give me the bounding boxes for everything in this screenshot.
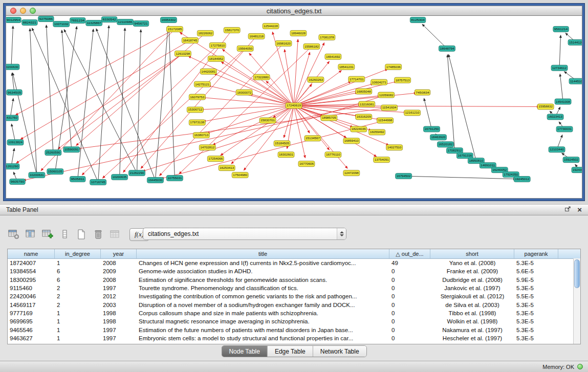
graph-node[interactable]: 16954302 — [160, 17, 177, 23]
graph-node[interactable]: 19243508 — [572, 167, 582, 173]
graph-node[interactable]: 8824321 — [22, 19, 37, 25]
graph-node[interactable]: 15924502 — [563, 157, 579, 163]
graph-node[interactable]: 18226062 — [197, 30, 213, 36]
graph-node[interactable]: 16418745 — [182, 37, 198, 43]
graph-node[interactable]: 10913824 — [7, 140, 24, 145]
graph-node[interactable]: 18757513 — [395, 77, 411, 83]
graph-node[interactable]: 19564050 — [237, 46, 253, 51]
column-header-in_degree[interactable]: in_degree — [55, 249, 101, 258]
graph-node[interactable]: 14275121 — [194, 81, 210, 87]
table-row[interactable]: 911546021997Tourette syndrome. Phenomeno… — [8, 284, 580, 292]
graph-node[interactable]: 15172085 — [166, 26, 183, 32]
graph-node[interactable]: 12610298 — [175, 51, 191, 56]
graph-node[interactable]: 16776110 — [325, 152, 341, 158]
close-button[interactable] — [10, 8, 16, 14]
tab-edge-table[interactable]: Edge Table — [268, 346, 313, 357]
graph-node[interactable]: 15817370 — [224, 27, 240, 33]
graph-node[interactable]: 10604271 — [371, 79, 387, 85]
graph-node[interactable]: 9505811 — [70, 177, 85, 182]
graph-node[interactable]: 11544998 — [377, 118, 394, 123]
zoom-button[interactable] — [30, 8, 36, 14]
graph-node[interactable]: 12161210 — [404, 110, 421, 116]
column-icon[interactable] — [58, 228, 71, 241]
graph-node[interactable]: 11325867 — [86, 20, 102, 26]
graph-node[interactable]: 11445103 — [569, 78, 582, 84]
table-settings-icon[interactable] — [7, 228, 20, 241]
graph-node[interactable]: 10200630 — [6, 64, 19, 70]
edit-table-icon[interactable] — [41, 228, 54, 241]
graph-node[interactable]: 16260263 — [308, 77, 324, 82]
graph-node[interactable]: 16805048 — [356, 89, 372, 94]
table-row[interactable]: 977716911998Corpus callosum shape and si… — [8, 309, 580, 317]
graph-node[interactable]: 17082912 — [446, 148, 463, 154]
graph-node[interactable]: 17973138 — [189, 120, 205, 125]
window-titlebar[interactable]: citations_edges.txt — [6, 6, 582, 16]
graph-node[interactable]: 11541604 — [381, 105, 398, 111]
graph-node[interactable]: 15184505 — [274, 141, 290, 146]
minimize-button[interactable] — [20, 8, 26, 14]
column-header-title[interactable]: title — [137, 249, 389, 258]
graph-node[interactable]: 7691234 — [70, 17, 85, 23]
graph-node[interactable]: 21262290 — [129, 170, 145, 176]
delete-table-icon[interactable] — [92, 228, 105, 241]
graph-node[interactable]: 9634505 — [7, 90, 22, 95]
merge-table-icon[interactable] — [108, 228, 122, 241]
tab-network-table[interactable]: Network Table — [313, 346, 366, 357]
graph-node[interactable]: 12472098 — [343, 170, 360, 176]
table-scrollbar-thumb[interactable] — [574, 259, 580, 288]
table-row[interactable]: 1872400712008Changes of HCN gene express… — [8, 259, 580, 267]
graph-node[interactable]: 18300072 — [236, 90, 252, 95]
graph-node[interactable]: 25260590 — [45, 150, 61, 156]
graph-node[interactable]: 12059082 — [378, 92, 395, 98]
graph-node[interactable]: 14420081 — [200, 69, 216, 74]
graph-node[interactable]: 10755031 — [166, 176, 183, 181]
graph-node[interactable]: 16059492 — [369, 129, 385, 135]
graph-node[interactable]: 18985705 — [321, 115, 337, 121]
table-scrollbar[interactable] — [573, 258, 580, 344]
graph-node[interactable]: 9275086 — [38, 16, 54, 21]
close-panel-icon[interactable]: × — [577, 207, 582, 213]
graph-node[interactable]: 16253413 — [219, 165, 235, 171]
graph-node[interactable]: 9561214 — [553, 26, 569, 32]
graph-node[interactable]: 16859410 — [343, 138, 360, 144]
graph-node[interactable]: 18648794 — [439, 46, 455, 51]
graph-node[interactable]: 9012954 — [6, 17, 21, 23]
graph-node[interactable]: 12734612 — [551, 65, 568, 71]
graph-node[interactable]: 16770606 — [298, 161, 315, 167]
graph-node[interactable]: 19445030 — [147, 178, 164, 183]
graph-node[interactable]: 16981620 — [275, 40, 292, 46]
graph-node[interactable]: 18541231 — [338, 64, 355, 70]
graph-node[interactable]: 18463920 — [430, 135, 447, 140]
tab-node-table[interactable]: Node Table — [222, 346, 268, 357]
graph-node[interactable]: 16079753 — [189, 94, 205, 100]
graph-node[interactable]: 16481218 — [248, 33, 265, 39]
table-row[interactable]: 2242004622012Investigating the contribut… — [8, 292, 580, 300]
graph-node[interactable]: 12110986 — [117, 19, 134, 25]
table-row[interactable]: 946554611997Estimation of the future num… — [8, 325, 580, 334]
column-header-pagerank[interactable]: pagerank — [514, 249, 558, 258]
graph-node[interactable]: 9456721 — [133, 20, 148, 26]
network-canvas[interactable]: 9012954882432192750861007103276912341132… — [6, 16, 582, 199]
graph-node[interactable]: 10200631 — [29, 172, 45, 178]
graph-node[interactable]: 17714701 — [349, 76, 365, 82]
graph-node[interactable]: 16791250 — [424, 126, 440, 132]
graph-node[interactable]: 16541692 — [325, 54, 341, 59]
graph-node[interactable]: 16316209 — [356, 114, 372, 120]
table-row[interactable]: 969969511998Structural magnetic resonanc… — [8, 317, 580, 325]
select-columns-icon[interactable] — [24, 228, 37, 241]
graph-node[interactable]: 10716745 — [90, 180, 106, 185]
graph-node[interactable]: 8125304 — [410, 17, 425, 23]
graph-node[interactable]: 9605790 — [10, 179, 25, 185]
graph-node[interactable]: 15306712 — [187, 107, 203, 113]
graph-node[interactable]: 14541008 — [555, 99, 571, 104]
float-panel-icon[interactable] — [564, 205, 571, 214]
graph-node[interactable]: 7450834 — [415, 90, 430, 95]
column-header-out_degree[interactable]: △ out_de... — [389, 249, 430, 258]
table-row[interactable]: 1938455462009Genome-wide association stu… — [8, 267, 580, 275]
graph-node[interactable]: 17081378 — [319, 34, 335, 40]
graph-node[interactable]: 18184952 — [208, 56, 224, 61]
graph-node[interactable]: 15586182 — [303, 43, 320, 49]
column-header-short[interactable]: short — [430, 249, 514, 258]
graph-node[interactable]: 16380713 — [193, 133, 209, 138]
graph-node[interactable]: 18302601 — [278, 152, 294, 158]
